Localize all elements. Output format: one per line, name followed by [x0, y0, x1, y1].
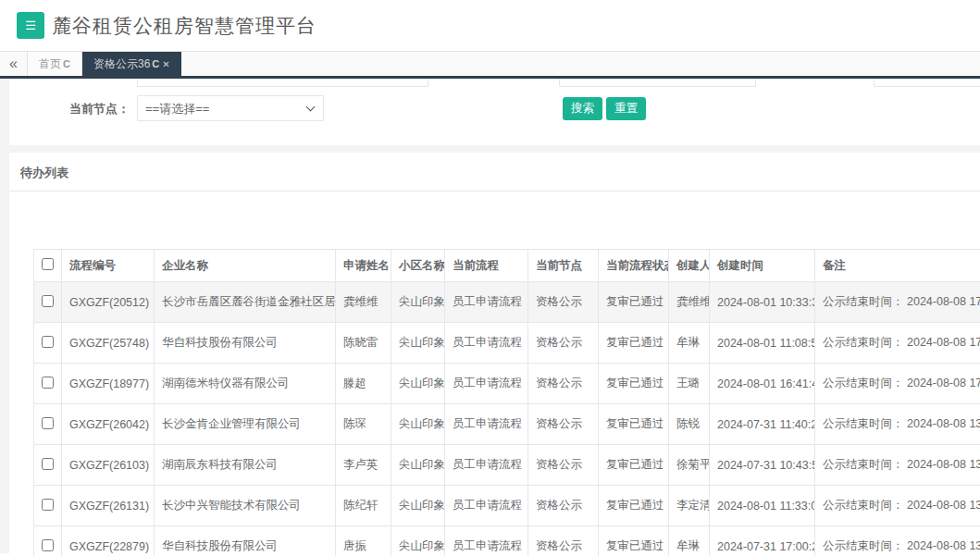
cell-process-no: GXGZF(26103) [62, 445, 155, 486]
cell-remark: 公示结束时间： 2024-08-08 13:49:35 [815, 404, 980, 445]
cell-community-name: 尖山印象 [391, 323, 445, 364]
cell-company-name: 华自科技股份有限公司 [155, 526, 336, 556]
cell-company-name: 华自科技股份有限公司 [155, 323, 336, 364]
tab-qualification-publicity[interactable]: 资格公示36 C ✕ [82, 52, 181, 76]
cell-community-name: 尖山印象 [391, 404, 445, 445]
column-header-current-process: 当前流程 [445, 250, 528, 282]
column-header-creator: 创建人 [669, 250, 710, 282]
cell-create-time: 2024-08-01 16:41:41 [710, 364, 815, 404]
row-checkbox[interactable] [42, 377, 54, 389]
cell-process-status: 复审已通过 [599, 526, 669, 556]
row-checkbox[interactable] [42, 458, 54, 470]
app-header: ☰ 麓谷租赁公租房智慧管理平台 [0, 0, 980, 51]
row-select-cell [34, 404, 62, 445]
column-header-applicant-name: 申请姓名 [336, 250, 391, 282]
cell-applicant-name: 滕超 [336, 364, 391, 404]
search-input-1[interactable] [137, 79, 428, 87]
table-row: GXGZF(26131)长沙中兴智能技术有限公司陈纪轩尖山印象员工申请流程资格公… [34, 486, 980, 526]
table-row: GXGZF(25748)华自科技股份有限公司陈晓雷尖山印象员工申请流程资格公示复… [34, 323, 980, 364]
search-input-2[interactable] [559, 79, 756, 87]
cell-process-no: GXGZF(25748) [62, 323, 155, 364]
cell-creator: 牟琳 [669, 526, 710, 556]
cell-applicant-name: 陈纪轩 [336, 486, 391, 526]
cell-creator: 李定清 [669, 486, 710, 526]
search-form-panel: 当前节点： ==请选择== 搜索 重置 [9, 79, 980, 145]
cell-process-status: 复审已通过 [599, 404, 669, 445]
cell-process-status: 复审已通过 [599, 282, 669, 323]
cell-create-time: 2024-08-01 11:08:50 [710, 323, 815, 364]
cell-applicant-name: 龚维维 [336, 282, 391, 323]
row-checkbox[interactable] [42, 295, 54, 307]
cell-community-name: 尖山印象 [391, 282, 445, 323]
collapse-tabs-icon[interactable]: « [0, 52, 28, 76]
content-area: 当前节点： ==请选择== 搜索 重置 待办列表 流程编号企业名称申请姓名小区名… [0, 79, 980, 553]
select-all-checkbox[interactable] [42, 258, 54, 270]
tab-bar: « 首页 C 资格公示36 C ✕ [0, 51, 980, 79]
column-header-remark: 备注 [815, 250, 980, 282]
current-node-select-wrap: ==请选择== [137, 95, 324, 121]
cell-applicant-name: 陈晓雷 [336, 323, 391, 364]
cell-current-process: 员工申请流程 [445, 404, 528, 445]
cell-current-process: 员工申请流程 [445, 364, 528, 404]
cell-create-time: 2024-08-01 11:33:03 [710, 486, 815, 526]
cell-current-process: 员工申请流程 [445, 445, 528, 486]
cell-remark: 公示结束时间： 2024-08-08 13:48:56 [815, 486, 980, 526]
cell-creator: 徐菊平 [669, 445, 710, 486]
search-button[interactable]: 搜索 [563, 97, 602, 120]
close-icon[interactable]: ✕ [162, 59, 169, 69]
cell-creator: 王璐 [669, 364, 710, 404]
cell-process-no: GXGZF(26042) [62, 404, 155, 445]
table-header-row: 流程编号企业名称申请姓名小区名称当前流程当前节点当前流程状态创建人创建时间备注 [34, 250, 980, 282]
cell-community-name: 尖山印象 [391, 364, 445, 404]
current-node-label: 当前节点： [9, 101, 130, 117]
search-input-3[interactable] [874, 79, 980, 87]
row-checkbox[interactable] [42, 499, 54, 511]
table-row: GXGZF(22879)华自科技股份有限公司唐振尖山印象员工申请流程资格公示复审… [34, 526, 980, 556]
row-checkbox[interactable] [42, 539, 54, 551]
cell-applicant-name: 陈琛 [336, 404, 391, 445]
cell-create-time: 2024-07-31 17:00:23 [710, 526, 815, 556]
cell-create-time: 2024-08-01 10:33:31 [710, 282, 815, 323]
refresh-icon[interactable]: C [63, 58, 70, 69]
cell-process-status: 复审已通过 [599, 364, 669, 404]
cell-community-name: 尖山印象 [391, 445, 445, 486]
todo-list-panel: 待办列表 流程编号企业名称申请姓名小区名称当前流程当前节点当前流程状态创建人创建… [9, 153, 980, 556]
cell-process-no: GXGZF(22879) [62, 526, 155, 556]
row-select-cell [34, 323, 62, 364]
cell-company-name: 长沙市岳麓区麓谷街道金雅社区居民委员会 [155, 282, 336, 323]
cell-current-process: 员工申请流程 [445, 282, 528, 323]
cell-current-node: 资格公示 [528, 404, 599, 445]
cell-current-node: 资格公示 [528, 526, 599, 556]
cell-create-time: 2024-07-31 10:43:53 [710, 445, 815, 486]
refresh-icon[interactable]: C [152, 58, 159, 69]
cell-process-status: 复审已通过 [599, 323, 669, 364]
cell-remark: 公示结束时间： 2024-08-08 13:48:39 [815, 526, 980, 556]
cell-create-time: 2024-07-31 11:40:23 [710, 404, 815, 445]
cell-company-name: 长沙金肯企业管理有限公司 [155, 404, 336, 445]
row-checkbox[interactable] [42, 336, 54, 348]
current-node-select[interactable]: ==请选择== [137, 95, 324, 121]
cell-applicant-name: 唐振 [336, 526, 391, 556]
cell-remark: 公示结束时间： 2024-08-08 17:20:00 [815, 364, 980, 404]
cell-applicant-name: 李卢英 [336, 445, 391, 486]
select-all-cell [34, 250, 62, 282]
tab-qualification-label: 资格公示36 [93, 56, 150, 72]
row-checkbox[interactable] [42, 417, 54, 429]
reset-button[interactable]: 重置 [606, 97, 646, 120]
hamburger-menu-icon[interactable]: ☰ [17, 12, 44, 39]
todo-table: 流程编号企业名称申请姓名小区名称当前流程当前节点当前流程状态创建人创建时间备注G… [33, 249, 980, 556]
cell-current-node: 资格公示 [528, 364, 599, 404]
tab-home-label: 首页 [39, 56, 61, 72]
cell-company-name: 长沙中兴智能技术有限公司 [155, 486, 336, 526]
cell-remark: 公示结束时间： 2024-08-08 17:20:15 [815, 323, 980, 364]
tab-home[interactable]: 首页 C [28, 52, 82, 76]
table-row: GXGZF(26042)长沙金肯企业管理有限公司陈琛尖山印象员工申请流程资格公示… [34, 404, 980, 445]
cell-creator: 龚维维 [669, 282, 710, 323]
cell-current-process: 员工申请流程 [445, 526, 528, 556]
cell-process-status: 复审已通过 [599, 486, 669, 526]
cell-current-process: 员工申请流程 [445, 323, 528, 364]
cell-current-node: 资格公示 [528, 486, 599, 526]
cell-process-status: 复审已通过 [599, 445, 669, 486]
cell-current-process: 员工申请流程 [445, 486, 528, 526]
row-select-cell [34, 445, 62, 486]
